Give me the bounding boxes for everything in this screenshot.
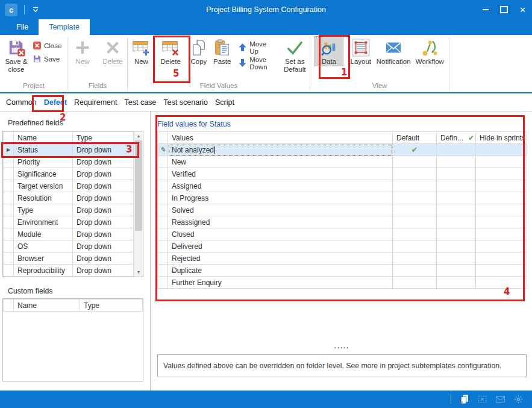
table-row[interactable]: Type Drop down xyxy=(4,204,134,216)
defined-cell[interactable] xyxy=(437,192,476,204)
defined-cell[interactable] xyxy=(437,216,476,228)
close-button[interactable]: Close xyxy=(31,40,63,51)
hide-in-sprints-cell[interactable] xyxy=(476,265,527,277)
field-type-cell[interactable]: Drop down xyxy=(73,192,134,204)
scroll-up-icon[interactable]: ▲ xyxy=(134,131,143,140)
table-row[interactable]: Duplicate xyxy=(158,265,527,277)
table-row[interactable]: Module Drop down xyxy=(4,228,134,240)
save-button[interactable]: Save xyxy=(31,53,63,64)
data-button[interactable]: Data xyxy=(315,36,343,66)
hide-in-sprints-cell[interactable] xyxy=(476,277,527,289)
default-cell[interactable] xyxy=(393,277,437,289)
field-name-cell[interactable]: Browser xyxy=(14,253,73,265)
close-icon[interactable]: ✕ xyxy=(513,0,532,19)
table-row[interactable]: Verified xyxy=(158,168,527,180)
value-cell[interactable]: Solved xyxy=(168,204,393,216)
layout-button[interactable]: Layout xyxy=(347,36,375,66)
hide-in-sprints-column-header[interactable]: Hide in sprints xyxy=(476,132,527,144)
field-name-cell[interactable]: Type xyxy=(14,204,73,216)
move-up-button[interactable]: Move Up xyxy=(236,42,278,53)
hide-in-sprints-cell[interactable] xyxy=(476,228,527,240)
default-cell[interactable] xyxy=(393,156,437,168)
default-cell[interactable] xyxy=(393,192,437,204)
type-column-header[interactable]: Type xyxy=(80,300,143,312)
hide-in-sprints-cell[interactable] xyxy=(476,156,527,168)
documents-icon[interactable] xyxy=(459,394,469,404)
move-down-button[interactable]: Move Down xyxy=(236,57,278,69)
value-cell[interactable]: Duplicate xyxy=(168,265,393,277)
scroll-down-icon[interactable]: ▼ xyxy=(134,268,143,277)
field-name-cell[interactable]: Target version xyxy=(14,180,73,192)
tab-defect[interactable]: Defect xyxy=(40,98,70,107)
table-row[interactable]: Assigned xyxy=(158,180,527,192)
new-value-button[interactable]: New xyxy=(130,36,153,66)
value-cell[interactable]: Assigned xyxy=(168,180,393,192)
field-type-cell[interactable]: Drop down xyxy=(73,144,134,156)
table-row[interactable]: Further Enquiry xyxy=(158,277,527,289)
set-as-default-button[interactable]: Set as Default xyxy=(281,36,308,74)
defined-column-header[interactable]: Defin...✔ xyxy=(437,132,476,144)
minimize-icon[interactable] xyxy=(476,0,495,19)
field-type-cell[interactable]: Drop down xyxy=(73,180,134,192)
defined-cell[interactable] xyxy=(437,253,476,265)
defined-cell[interactable] xyxy=(437,228,476,240)
field-name-cell[interactable]: Environment xyxy=(14,216,73,228)
maximize-icon[interactable] xyxy=(495,0,513,19)
delete-value-button[interactable]: Delete xyxy=(159,36,183,66)
table-row[interactable]: Delivered xyxy=(158,240,527,253)
table-row[interactable]: Resolution Drop down xyxy=(4,192,134,204)
defined-cell[interactable] xyxy=(437,240,476,253)
defined-cell[interactable] xyxy=(437,144,476,156)
tab-test-scenario[interactable]: Test scenario xyxy=(160,98,211,107)
table-row[interactable]: OS Drop down xyxy=(4,240,134,253)
table-row[interactable]: Target version Drop down xyxy=(4,180,134,192)
value-cell[interactable]: Not analyzed xyxy=(168,144,393,156)
value-cell[interactable]: Reassigned xyxy=(168,216,393,228)
tab-template[interactable]: Template xyxy=(39,19,90,35)
type-column-header[interactable]: Type xyxy=(73,132,134,144)
field-type-cell[interactable]: Drop down xyxy=(73,253,134,265)
default-cell[interactable] xyxy=(393,228,437,240)
tab-script[interactable]: Script xyxy=(211,98,238,107)
selection-box-icon[interactable] xyxy=(477,394,487,404)
field-type-cell[interactable]: Drop down xyxy=(73,216,134,228)
hide-in-sprints-cell[interactable] xyxy=(476,253,527,265)
default-cell[interactable] xyxy=(393,240,437,253)
splitter-handle[interactable]: ..... xyxy=(157,343,527,349)
defined-cell[interactable] xyxy=(437,156,476,168)
value-cell[interactable]: Closed xyxy=(168,228,393,240)
table-row[interactable]: Rejected xyxy=(158,253,527,265)
value-cell[interactable]: In Progress xyxy=(168,192,393,204)
field-name-cell[interactable]: Significance xyxy=(14,168,73,180)
defined-cell[interactable] xyxy=(437,168,476,180)
scrollbar[interactable]: ▲ ▼ xyxy=(134,131,143,277)
table-row[interactable]: Solved xyxy=(158,204,527,216)
configure-icon[interactable] xyxy=(513,394,524,404)
scrollbar-thumb[interactable] xyxy=(135,140,142,231)
field-type-cell[interactable]: Drop down xyxy=(73,265,134,277)
field-name-cell[interactable]: OS xyxy=(14,240,73,253)
table-row[interactable]: ✎ Not analyzed ✔ xyxy=(158,144,527,156)
default-column-header[interactable]: Default xyxy=(393,132,437,144)
default-cell[interactable] xyxy=(393,204,437,216)
statusbar-mail-icon[interactable] xyxy=(495,394,505,404)
value-cell[interactable]: Verified xyxy=(168,168,393,180)
field-type-cell[interactable]: Drop down xyxy=(73,204,134,216)
field-type-cell[interactable]: Drop down xyxy=(73,156,134,168)
paste-button[interactable]: Paste xyxy=(210,36,234,66)
tab-file[interactable]: File xyxy=(6,19,39,35)
value-cell[interactable]: Delivered xyxy=(168,240,393,253)
field-name-cell[interactable]: Reproducibility xyxy=(14,265,73,277)
default-cell[interactable] xyxy=(393,265,437,277)
quick-access-arrow-icon[interactable] xyxy=(31,5,40,14)
table-row[interactable]: Reproducibility Drop down xyxy=(4,265,134,277)
hide-in-sprints-cell[interactable] xyxy=(476,204,527,216)
table-row[interactable]: Significance Drop down xyxy=(4,168,134,180)
table-row[interactable]: New xyxy=(158,156,527,168)
save-and-close-button[interactable]: Save & close xyxy=(2,36,31,74)
table-row[interactable]: In Progress xyxy=(158,192,527,204)
value-cell[interactable]: Rejected xyxy=(168,253,393,265)
defined-cell[interactable] xyxy=(437,265,476,277)
field-type-cell[interactable]: Drop down xyxy=(73,168,134,180)
name-column-header[interactable]: Name xyxy=(14,132,73,144)
